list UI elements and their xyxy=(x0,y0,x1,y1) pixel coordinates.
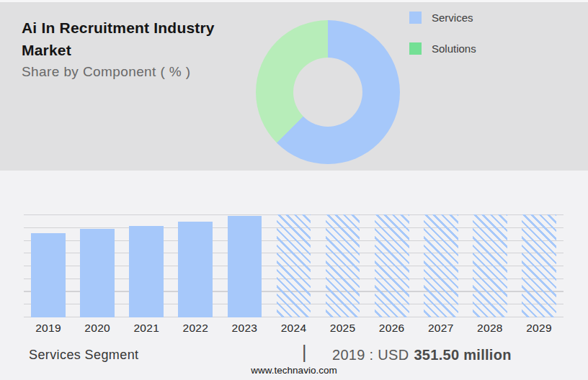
trend-panel: 2019202020212022202320242025202620272028… xyxy=(0,171,588,380)
legend: Services Solutions xyxy=(409,12,476,55)
bar-2019 xyxy=(31,233,66,317)
page-title: Ai In Recruitment Industry Market xyxy=(22,17,239,61)
bar-band-2022 xyxy=(171,214,220,317)
legend-item-services: Services xyxy=(409,12,476,24)
x-axis-label-2023: 2023 xyxy=(220,322,269,335)
donut-chart xyxy=(256,20,400,164)
bar-band-2020 xyxy=(73,214,122,317)
green-square-icon xyxy=(409,42,422,55)
bar-band-2024 xyxy=(269,214,318,317)
bar-2020 xyxy=(80,229,115,317)
legend-item-solutions: Solutions xyxy=(409,42,476,55)
bar-2022 xyxy=(178,222,213,317)
bar-chart-plot xyxy=(24,214,564,317)
bar-series xyxy=(24,214,564,317)
bar-2029 xyxy=(522,214,556,317)
bar-2027 xyxy=(424,214,458,317)
bar-2026 xyxy=(375,214,409,317)
segment-label: Services Segment xyxy=(29,348,138,363)
bar-band-2028 xyxy=(466,214,514,317)
highlight-value-prefix: 2019 : USD xyxy=(332,347,409,363)
bar-band-2029 xyxy=(514,214,564,317)
x-axis-label-2025: 2025 xyxy=(318,322,368,335)
highlight-value-amount: 351.50 million xyxy=(414,347,511,363)
bar-2025 xyxy=(326,214,360,317)
x-axis-label-2021: 2021 xyxy=(122,322,171,335)
bar-2021 xyxy=(129,226,164,317)
bar-band-2021 xyxy=(122,214,171,317)
bar-band-2019 xyxy=(24,214,73,317)
bar-band-2027 xyxy=(416,214,466,317)
chart-subtitle: Share by Component ( % ) xyxy=(22,64,191,80)
x-axis-label-2019: 2019 xyxy=(24,322,73,335)
x-axis-label-2022: 2022 xyxy=(171,322,220,335)
bar-2023 xyxy=(228,216,262,317)
highlight-value: 2019 : USD351.50 million xyxy=(332,347,512,363)
x-axis-label-2024: 2024 xyxy=(269,322,318,335)
website-url: www.technavio.com xyxy=(0,365,588,376)
bar-band-2025 xyxy=(318,214,368,317)
x-axis-label-2029: 2029 xyxy=(514,322,564,335)
legend-label-services: Services xyxy=(432,12,473,24)
bar-2024 xyxy=(277,214,311,317)
bar-2028 xyxy=(473,214,507,317)
x-axis-labels: 2019202020212022202320242025202620272028… xyxy=(24,322,564,335)
legend-label-solutions: Solutions xyxy=(432,42,476,55)
bar-band-2026 xyxy=(368,214,416,317)
bar-band-2023 xyxy=(220,214,269,317)
share-by-component-panel: Ai In Recruitment Industry Market Share … xyxy=(0,2,588,171)
x-axis-label-2020: 2020 xyxy=(73,322,122,335)
blue-square-icon xyxy=(409,12,422,24)
infographic-canvas: Ai In Recruitment Industry Market Share … xyxy=(0,0,588,380)
footer-separator: | xyxy=(302,342,307,363)
x-axis-label-2027: 2027 xyxy=(416,322,466,335)
x-axis-label-2028: 2028 xyxy=(466,322,514,335)
x-axis-label-2026: 2026 xyxy=(368,322,416,335)
